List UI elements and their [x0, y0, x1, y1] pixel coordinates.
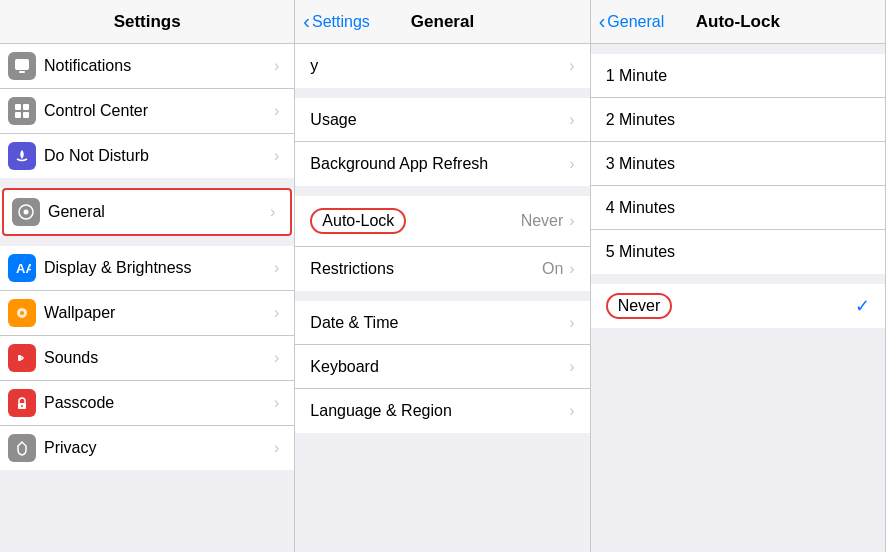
auto-lock-option-never[interactable]: Never ✓: [591, 284, 885, 328]
wallpaper-chevron: ›: [274, 304, 279, 322]
general-back-chevron: ‹: [303, 10, 310, 33]
general-item-background-app-refresh[interactable]: Background App Refresh ›: [295, 142, 589, 186]
settings-item-display-brightness[interactable]: AA Display & Brightness ›: [0, 246, 294, 291]
settings-item-do-not-disturb[interactable]: Do Not Disturb ›: [0, 134, 294, 178]
general-chevron: ›: [270, 203, 275, 221]
auto-lock-gap-top: [591, 44, 885, 54]
do-not-disturb-icon: [8, 142, 36, 170]
general-back-label: Settings: [312, 13, 370, 31]
general-icon-container: [4, 190, 48, 234]
option-never-label: Never: [606, 293, 673, 319]
auto-lock-back-button[interactable]: ‹ General: [599, 10, 665, 33]
restrictions-chevron: ›: [569, 260, 574, 278]
auto-lock-option-5-minutes[interactable]: 5 Minutes: [591, 230, 885, 274]
svg-rect-4: [15, 112, 21, 118]
general-label: General: [48, 191, 270, 233]
do-not-disturb-chevron: ›: [274, 147, 279, 165]
sounds-icon-container: [0, 336, 44, 380]
language-region-chevron: ›: [569, 402, 574, 420]
general-title: General: [411, 12, 474, 32]
svg-rect-11: [18, 355, 21, 361]
general-gap-3: [295, 291, 589, 301]
language-region-label: Language & Region: [295, 390, 569, 432]
general-item-restrictions[interactable]: Restrictions On ›: [295, 247, 589, 291]
settings-item-notifications[interactable]: Notifications ›: [0, 44, 294, 89]
general-gap-2: [295, 186, 589, 196]
control-center-label: Control Center: [44, 90, 274, 132]
sounds-chevron: ›: [274, 349, 279, 367]
svg-rect-2: [15, 104, 21, 110]
auto-lock-option-3-minutes[interactable]: 3 Minutes: [591, 142, 885, 186]
notifications-chevron: ›: [274, 57, 279, 75]
auto-lock-label-wrapper: Auto-Lock: [295, 196, 520, 246]
auto-lock-back-chevron: ‹: [599, 10, 606, 33]
svg-point-10: [20, 311, 24, 315]
general-nav-bar: ‹ Settings General: [295, 0, 589, 44]
usage-label: Usage: [295, 99, 569, 141]
date-time-label: Date & Time: [295, 302, 569, 344]
auto-lock-title: Auto-Lock: [696, 12, 780, 32]
general-group-3: Date & Time › Keyboard › Language & Regi…: [295, 301, 589, 433]
restrictions-value: On: [542, 260, 563, 278]
auto-lock-never-section: Never ✓: [591, 284, 885, 328]
general-partial-label: y: [295, 45, 569, 87]
settings-item-privacy[interactable]: Privacy ›: [0, 426, 294, 470]
date-time-chevron: ›: [569, 314, 574, 332]
general-item-usage[interactable]: Usage ›: [295, 98, 589, 142]
settings-item-wallpaper[interactable]: Wallpaper ›: [0, 291, 294, 336]
option-2-minutes-label: 2 Minutes: [606, 111, 870, 129]
svg-rect-0: [15, 59, 29, 70]
settings-gap-2: [0, 236, 294, 246]
wallpaper-icon: [8, 299, 36, 327]
general-item-date-time[interactable]: Date & Time ›: [295, 301, 589, 345]
general-partial-item[interactable]: y ›: [295, 44, 589, 88]
wallpaper-label: Wallpaper: [44, 292, 274, 334]
display-brightness-label: Display & Brightness: [44, 247, 274, 289]
settings-gap-1: [0, 178, 294, 188]
control-center-icon: [8, 97, 36, 125]
privacy-icon: [8, 434, 36, 462]
svg-rect-1: [19, 71, 25, 73]
auto-lock-option-2-minutes[interactable]: 2 Minutes: [591, 98, 885, 142]
general-item-keyboard[interactable]: Keyboard ›: [295, 345, 589, 389]
settings-group-2: General ›: [0, 188, 294, 236]
restrictions-label: Restrictions: [295, 248, 542, 290]
background-app-refresh-chevron: ›: [569, 155, 574, 173]
general-item-language-region[interactable]: Language & Region ›: [295, 389, 589, 433]
passcode-icon-container: [0, 381, 44, 425]
svg-point-7: [24, 210, 29, 215]
auto-lock-back-label: General: [607, 13, 664, 31]
notifications-label: Notifications: [44, 45, 274, 87]
svg-text:AA: AA: [16, 261, 31, 276]
auto-lock-list: 1 Minute 2 Minutes 3 Minutes 4 Minutes 5…: [591, 44, 885, 552]
settings-item-control-center[interactable]: Control Center ›: [0, 89, 294, 134]
passcode-chevron: ›: [274, 394, 279, 412]
display-brightness-chevron: ›: [274, 259, 279, 277]
general-partial-section: y ›: [295, 44, 589, 88]
auto-lock-options: 1 Minute 2 Minutes 3 Minutes 4 Minutes 5…: [591, 54, 885, 274]
general-gap-1: [295, 88, 589, 98]
notifications-icon-container: [0, 44, 44, 88]
auto-lock-option-4-minutes[interactable]: 4 Minutes: [591, 186, 885, 230]
settings-item-sounds[interactable]: Sounds ›: [0, 336, 294, 381]
never-label-wrapper: Never: [606, 293, 855, 319]
general-back-button[interactable]: ‹ Settings: [303, 10, 369, 33]
control-center-chevron: ›: [274, 102, 279, 120]
privacy-chevron: ›: [274, 439, 279, 457]
usage-chevron: ›: [569, 111, 574, 129]
auto-lock-chevron: ›: [569, 212, 574, 230]
general-icon: [12, 198, 40, 226]
control-center-icon-container: [0, 89, 44, 133]
settings-item-general[interactable]: General ›: [2, 188, 292, 236]
svg-rect-3: [23, 104, 29, 110]
general-item-auto-lock[interactable]: Auto-Lock Never ›: [295, 196, 589, 247]
auto-lock-label: Auto-Lock: [310, 208, 406, 234]
passcode-icon: [8, 389, 36, 417]
auto-lock-column: ‹ General Auto-Lock 1 Minute 2 Minutes 3…: [591, 0, 886, 552]
auto-lock-option-1-minute[interactable]: 1 Minute: [591, 54, 885, 98]
sounds-icon: [8, 344, 36, 372]
general-group-2: Auto-Lock Never › Restrictions On ›: [295, 196, 589, 291]
settings-item-passcode[interactable]: Passcode ›: [0, 381, 294, 426]
settings-list: Notifications › Control Center: [0, 44, 294, 552]
keyboard-label: Keyboard: [295, 346, 569, 388]
